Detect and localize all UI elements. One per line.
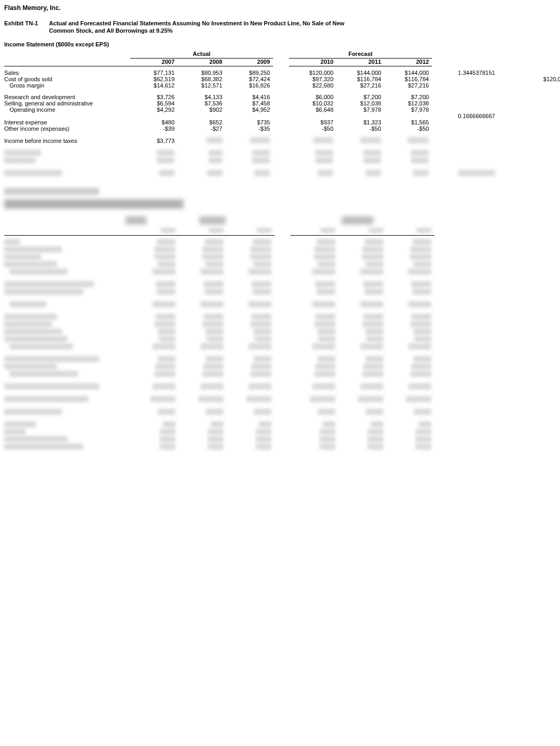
cell: $116,784	[336, 76, 384, 82]
group-actual: Actual	[130, 51, 274, 59]
cell: -$39	[130, 125, 178, 132]
cell: -$27	[178, 125, 226, 132]
cell: $3,773	[130, 137, 178, 144]
cell: $144,000	[384, 70, 432, 76]
label-other: Other income (expenses)	[4, 125, 130, 132]
cell: $480	[130, 119, 178, 125]
blurred-table-header	[4, 216, 560, 225]
cell: $10,032	[289, 100, 337, 106]
row-sales: Sales $77,131 $80,953 $89,250 $120,000 $…	[4, 70, 560, 76]
cell: $3,726	[130, 94, 178, 100]
income-statement-title: Income Statement ($000s except EPS)	[4, 41, 560, 47]
cell: $116,784	[384, 76, 432, 82]
cell: -$35	[226, 125, 274, 132]
blurred-subtitle	[4, 199, 184, 209]
cell: $97,320	[289, 76, 337, 82]
row-cogs: Cost of goods sold $62,519 $68,382 $72,4…	[4, 76, 560, 82]
cell: $4,952	[226, 106, 274, 113]
cell: $937	[289, 119, 337, 125]
label-sga: Selling, general and administrative	[4, 100, 130, 106]
row-rd: Research and development $3,726 $4,133 $…	[4, 94, 560, 100]
row-interest: Interest expense $480 $652 $735 $937 $1,…	[4, 119, 560, 125]
cell: $4,292	[130, 106, 178, 113]
cell: $14,612	[130, 82, 178, 89]
cell: $77,131	[130, 70, 178, 76]
col-2011: 2011	[336, 59, 384, 66]
col-2008: 2008	[178, 59, 226, 66]
cell: $4,133	[178, 94, 226, 100]
row-sga: Selling, general and administrative $6,5…	[4, 100, 560, 106]
cell: $4,416	[226, 94, 274, 100]
income-statement-table: Actual Forecast 2007 2008 2009 2010 2011…	[4, 51, 560, 177]
cell: $16,826	[226, 82, 274, 89]
cell: $12,038	[336, 100, 384, 106]
cell: -$50	[289, 125, 337, 132]
cell: $144,000	[336, 70, 384, 76]
cell: $7,978	[336, 106, 384, 113]
cell: -$50	[384, 125, 432, 132]
cell: $89,250	[226, 70, 274, 76]
exhibit-header: Exhibit TN-1 Actual and Forecasted Finan…	[4, 20, 560, 26]
cell: $7,458	[226, 100, 274, 106]
row-gross: Gross margin $14,612 $12,571 $16,826 $22…	[4, 82, 560, 89]
cell: $1,565	[384, 119, 432, 125]
exhibit-label: Exhibit TN-1	[4, 20, 49, 26]
cell: -$50	[336, 125, 384, 132]
row-opincome: Operating income $4,292 $902 $4,952 $6,6…	[4, 106, 560, 113]
group-forecast: Forecast	[289, 51, 432, 59]
row-other: Other income (expenses) -$39 -$27 -$35 -…	[4, 125, 560, 132]
cell: $7,200	[336, 94, 384, 100]
company-name: Flash Memory, Inc.	[4, 4, 560, 12]
cell: $6,594	[130, 100, 178, 106]
col-2009: 2009	[226, 59, 274, 66]
row-blur	[4, 170, 560, 177]
cell: $735	[226, 119, 274, 125]
col-2007: 2007	[130, 59, 178, 66]
cell: $6,648	[289, 106, 337, 113]
cell: $7,978	[384, 106, 432, 113]
cell: $652	[178, 119, 226, 125]
col-2012: 2012	[384, 59, 432, 66]
blurred-balance-sheet	[4, 228, 435, 451]
cell: $68,382	[178, 76, 226, 82]
row-ibt: Income before income taxes $3,773	[4, 137, 560, 144]
col-2010: 2010	[289, 59, 337, 66]
label-gross: Gross margin	[4, 82, 130, 89]
side-value-1: 1.3445378151	[432, 70, 498, 76]
cell: $6,000	[289, 94, 337, 100]
exhibit-subtitle: Common Stock, and All Borrowings at 9.25…	[49, 27, 560, 34]
cell: $27,216	[336, 82, 384, 89]
label-sales: Sales	[4, 70, 130, 76]
label-cogs: Cost of goods sold	[4, 76, 130, 82]
side-value-2: $120,0	[498, 76, 560, 82]
cell: $72,424	[226, 76, 274, 82]
cell: $1,323	[336, 119, 384, 125]
cell: $22,680	[289, 82, 337, 89]
cell: $27,216	[384, 82, 432, 89]
row-blur	[4, 150, 560, 157]
cell: $902	[178, 106, 226, 113]
exhibit-title: Actual and Forecasted Financial Statemen…	[49, 20, 344, 26]
blurred-section-title	[4, 188, 99, 195]
cell: $80,953	[178, 70, 226, 76]
label-interest: Interest expense	[4, 119, 130, 125]
cell: $12,571	[178, 82, 226, 89]
cell: $62,519	[130, 76, 178, 82]
cell: $7,200	[384, 94, 432, 100]
cell: $7,536	[178, 100, 226, 106]
cell: $12,038	[384, 100, 432, 106]
row-blur	[4, 157, 560, 164]
label-rd: Research and development	[4, 94, 130, 100]
cell: $120,000	[289, 70, 337, 76]
label-ibt: Income before income taxes	[4, 137, 130, 144]
side-value-3: 0.1666666667	[432, 113, 498, 119]
label-opincome: Operating income	[4, 106, 130, 113]
